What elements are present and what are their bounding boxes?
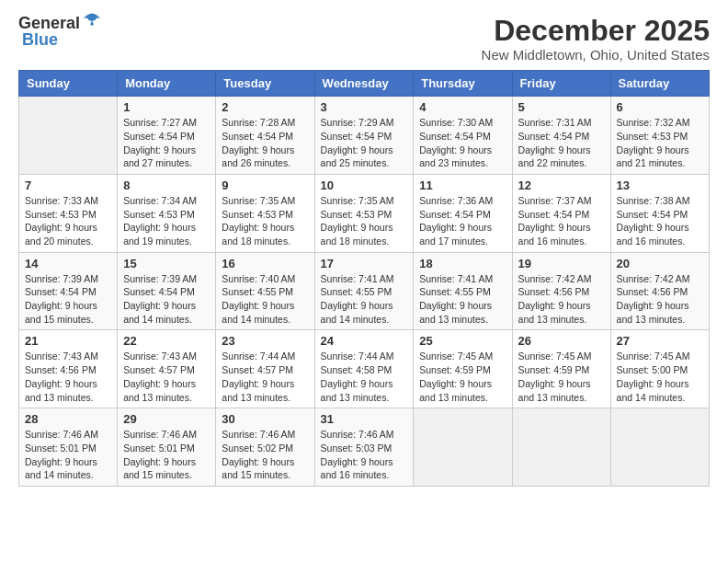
day-header-monday: Monday	[118, 71, 216, 97]
day-info: Sunrise: 7:33 AMSunset: 4:53 PMDaylight:…	[25, 194, 111, 248]
calendar-cell: 18Sunrise: 7:41 AMSunset: 4:55 PMDayligh…	[414, 252, 512, 330]
calendar-cell: 24Sunrise: 7:44 AMSunset: 4:58 PMDayligh…	[314, 330, 414, 408]
calendar-cell	[512, 408, 610, 487]
days-header-row: SundayMondayTuesdayWednesdayThursdayFrid…	[19, 71, 710, 97]
day-number: 25	[419, 334, 506, 348]
day-info: Sunrise: 7:42 AMSunset: 4:56 PMDaylight:…	[518, 272, 605, 327]
calendar-cell: 6Sunrise: 7:32 AMSunset: 4:53 PMDaylight…	[610, 97, 709, 175]
week-row-3: 21Sunrise: 7:43 AMSunset: 4:56 PMDayligh…	[19, 330, 710, 408]
day-number: 23	[222, 334, 308, 348]
calendar-cell: 12Sunrise: 7:37 AMSunset: 4:54 PMDayligh…	[512, 174, 610, 252]
day-info: Sunrise: 7:35 AMSunset: 4:53 PMDaylight:…	[321, 194, 408, 248]
calendar-cell	[19, 97, 118, 175]
day-number: 13	[617, 178, 703, 192]
calendar-cell: 27Sunrise: 7:45 AMSunset: 5:00 PMDayligh…	[610, 330, 709, 408]
day-number: 5	[518, 100, 605, 114]
calendar-cell: 17Sunrise: 7:41 AMSunset: 4:55 PMDayligh…	[314, 252, 414, 330]
day-header-friday: Friday	[512, 71, 610, 97]
calendar-cell	[414, 408, 512, 487]
calendar-cell: 7Sunrise: 7:33 AMSunset: 4:53 PMDaylight…	[19, 174, 118, 252]
day-number: 9	[222, 178, 308, 192]
calendar-cell: 20Sunrise: 7:42 AMSunset: 4:56 PMDayligh…	[610, 252, 709, 330]
week-row-2: 14Sunrise: 7:39 AMSunset: 4:54 PMDayligh…	[19, 252, 710, 330]
calendar-cell: 29Sunrise: 7:46 AMSunset: 5:01 PMDayligh…	[118, 408, 216, 487]
calendar-cell: 19Sunrise: 7:42 AMSunset: 4:56 PMDayligh…	[512, 252, 610, 330]
calendar-cell: 28Sunrise: 7:46 AMSunset: 5:01 PMDayligh…	[19, 408, 118, 487]
day-info: Sunrise: 7:39 AMSunset: 4:54 PMDaylight:…	[123, 272, 210, 327]
day-info: Sunrise: 7:27 AMSunset: 4:54 PMDaylight:…	[123, 116, 210, 170]
day-info: Sunrise: 7:45 AMSunset: 4:59 PMDaylight:…	[419, 350, 506, 404]
calendar-cell: 2Sunrise: 7:28 AMSunset: 4:54 PMDaylight…	[216, 97, 314, 175]
day-number: 28	[25, 412, 111, 426]
calendar-cell: 13Sunrise: 7:38 AMSunset: 4:54 PMDayligh…	[610, 174, 709, 252]
day-number: 20	[617, 257, 703, 270]
day-number: 12	[518, 178, 605, 192]
day-number: 22	[123, 334, 210, 348]
day-number: 8	[123, 178, 210, 192]
day-header-thursday: Thursday	[414, 71, 512, 97]
day-number: 31	[321, 412, 408, 426]
calendar-cell: 22Sunrise: 7:43 AMSunset: 4:57 PMDayligh…	[118, 330, 216, 408]
day-header-tuesday: Tuesday	[216, 71, 314, 97]
day-info: Sunrise: 7:40 AMSunset: 4:55 PMDaylight:…	[222, 272, 308, 327]
day-info: Sunrise: 7:39 AMSunset: 4:54 PMDaylight:…	[25, 272, 111, 327]
calendar-cell: 9Sunrise: 7:35 AMSunset: 4:53 PMDaylight…	[216, 174, 314, 252]
day-number: 21	[25, 334, 111, 348]
calendar-table: SundayMondayTuesdayWednesdayThursdayFrid…	[18, 70, 710, 487]
calendar-cell: 25Sunrise: 7:45 AMSunset: 4:59 PMDayligh…	[414, 330, 512, 408]
day-number: 10	[321, 178, 408, 192]
calendar-cell: 26Sunrise: 7:45 AMSunset: 4:59 PMDayligh…	[512, 330, 610, 408]
day-number: 15	[123, 257, 210, 270]
day-info: Sunrise: 7:41 AMSunset: 4:55 PMDaylight:…	[321, 272, 408, 327]
day-header-sunday: Sunday	[19, 71, 118, 97]
calendar-cell: 3Sunrise: 7:29 AMSunset: 4:54 PMDaylight…	[314, 97, 414, 175]
calendar-cell: 11Sunrise: 7:36 AMSunset: 4:54 PMDayligh…	[414, 174, 512, 252]
day-info: Sunrise: 7:29 AMSunset: 4:54 PMDaylight:…	[321, 116, 408, 170]
location-title: New Middletown, Ohio, United States	[482, 47, 710, 63]
calendar-cell: 31Sunrise: 7:46 AMSunset: 5:03 PMDayligh…	[314, 408, 414, 487]
day-number: 27	[617, 334, 703, 348]
day-number: 4	[419, 100, 506, 114]
day-info: Sunrise: 7:46 AMSunset: 5:03 PMDaylight:…	[321, 428, 408, 482]
day-info: Sunrise: 7:38 AMSunset: 4:54 PMDaylight:…	[617, 194, 703, 248]
day-info: Sunrise: 7:34 AMSunset: 4:53 PMDaylight:…	[123, 194, 210, 248]
calendar-cell: 1Sunrise: 7:27 AMSunset: 4:54 PMDaylight…	[118, 97, 216, 175]
day-info: Sunrise: 7:46 AMSunset: 5:02 PMDaylight:…	[222, 428, 308, 482]
logo-general: General	[18, 15, 80, 31]
day-number: 29	[123, 412, 210, 426]
day-number: 26	[518, 334, 605, 348]
week-row-1: 7Sunrise: 7:33 AMSunset: 4:53 PMDaylight…	[19, 174, 710, 252]
day-info: Sunrise: 7:30 AMSunset: 4:54 PMDaylight:…	[419, 116, 506, 170]
logo-bird-icon	[82, 11, 102, 31]
calendar-cell: 4Sunrise: 7:30 AMSunset: 4:54 PMDaylight…	[414, 97, 512, 175]
day-number: 19	[518, 257, 605, 270]
day-info: Sunrise: 7:41 AMSunset: 4:55 PMDaylight:…	[419, 272, 506, 327]
day-info: Sunrise: 7:46 AMSunset: 5:01 PMDaylight:…	[25, 428, 111, 482]
month-title: December 2025	[482, 15, 710, 47]
day-number: 2	[222, 100, 308, 114]
header: General Blue December 2025 New Middletow…	[18, 15, 710, 63]
calendar-cell: 10Sunrise: 7:35 AMSunset: 4:53 PMDayligh…	[314, 174, 414, 252]
logo-blue: Blue	[22, 30, 58, 49]
day-number: 16	[222, 257, 308, 270]
day-number: 14	[25, 257, 111, 270]
day-info: Sunrise: 7:46 AMSunset: 5:01 PMDaylight:…	[123, 428, 210, 482]
day-number: 11	[419, 178, 506, 192]
week-row-4: 28Sunrise: 7:46 AMSunset: 5:01 PMDayligh…	[19, 408, 710, 487]
logo: General Blue	[18, 15, 102, 49]
day-info: Sunrise: 7:32 AMSunset: 4:53 PMDaylight:…	[617, 116, 703, 170]
calendar-cell: 30Sunrise: 7:46 AMSunset: 5:02 PMDayligh…	[216, 408, 314, 487]
calendar-cell: 23Sunrise: 7:44 AMSunset: 4:57 PMDayligh…	[216, 330, 314, 408]
day-number: 24	[321, 334, 408, 348]
day-info: Sunrise: 7:43 AMSunset: 4:56 PMDaylight:…	[25, 350, 111, 404]
day-number: 7	[25, 178, 111, 192]
day-number: 3	[321, 100, 408, 114]
day-info: Sunrise: 7:42 AMSunset: 4:56 PMDaylight:…	[617, 272, 703, 327]
calendar-cell: 5Sunrise: 7:31 AMSunset: 4:54 PMDaylight…	[512, 97, 610, 175]
calendar-cell: 15Sunrise: 7:39 AMSunset: 4:54 PMDayligh…	[118, 252, 216, 330]
day-info: Sunrise: 7:31 AMSunset: 4:54 PMDaylight:…	[518, 116, 605, 170]
calendar-cell: 8Sunrise: 7:34 AMSunset: 4:53 PMDaylight…	[118, 174, 216, 252]
title-area: December 2025 New Middletown, Ohio, Unit…	[482, 15, 710, 63]
day-header-saturday: Saturday	[610, 71, 709, 97]
day-number: 30	[222, 412, 308, 426]
